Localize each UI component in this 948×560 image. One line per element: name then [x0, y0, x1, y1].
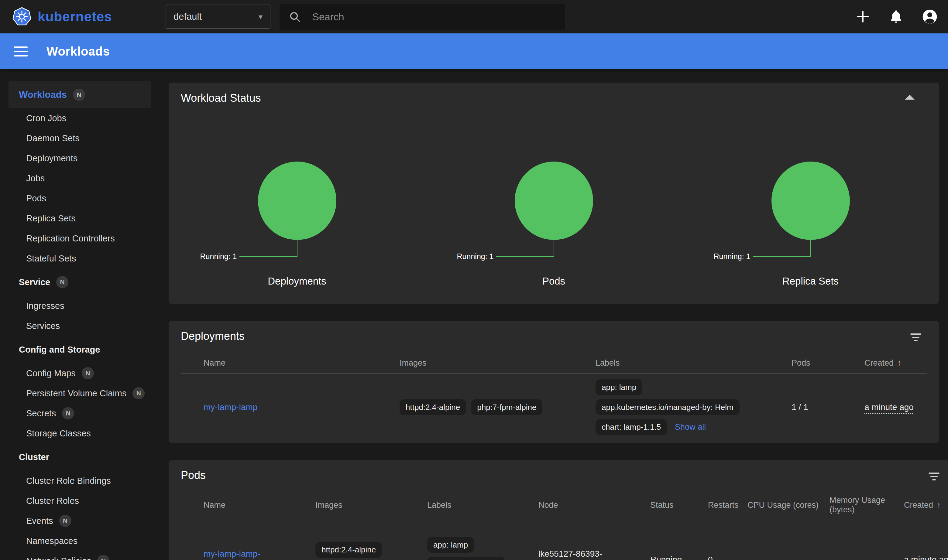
- deployment-name-link[interactable]: my-lamp-lamp: [203, 402, 257, 412]
- chart-title: Deployments: [169, 275, 425, 287]
- namespace-value: default: [174, 11, 202, 22]
- column-header-created[interactable]: Created ↑: [904, 500, 947, 510]
- column-header-restarts: Restarts: [708, 500, 748, 510]
- sidebar-item-replication-controllers[interactable]: Replication Controllers: [0, 228, 156, 248]
- bell-icon: [888, 9, 903, 24]
- deployments-table-header: Name Images Labels Pods Created ↑: [181, 358, 927, 374]
- pods-table-header: Name Images Labels Node Status Restarts …: [181, 495, 945, 519]
- image-chip: httpd:2.4-alpine: [315, 542, 382, 558]
- workload-status-charts: Running: 1 Deployments Running: 1 Pods: [169, 162, 939, 292]
- pod-row: my-lamp-lamp-5fd985cf68-jwvz4 httpd:2.4-…: [181, 519, 945, 560]
- deployments-title: Deployments: [181, 321, 927, 343]
- menu-icon[interactable]: [14, 46, 28, 57]
- main-content: Workload Status Running: 1 Deployments: [156, 69, 948, 560]
- pods-pie-chart: Running: 1 Pods: [425, 162, 682, 292]
- account-circle-icon: [921, 8, 938, 25]
- sidebar-item-deployments[interactable]: Deployments: [0, 148, 156, 168]
- pod-node: lke55127-86393-622f8d09399a: [538, 548, 607, 560]
- image-chip: php:7-fpm-alpine: [471, 399, 543, 415]
- pie-legend: Running: 1: [457, 252, 494, 261]
- sidebar-item-namespaces[interactable]: Namespaces: [0, 531, 156, 551]
- notifications-button[interactable]: [888, 9, 903, 24]
- sidebar-item-events[interactable]: Events N: [0, 511, 156, 531]
- label-chip: chart: lamp-1.1.5: [595, 419, 667, 435]
- created-timestamp: a minute ago: [865, 402, 914, 412]
- show-all-labels-link[interactable]: Show all: [675, 422, 706, 432]
- page-title: Workloads: [46, 45, 110, 58]
- pie-running: [771, 162, 850, 240]
- kubernetes-dashboard: kubernetes default ▾: [0, 0, 948, 560]
- sidebar-item-ingresses[interactable]: Ingresses: [0, 296, 156, 316]
- sidebar-item-cron-jobs[interactable]: Cron Jobs: [0, 108, 156, 128]
- pod-restarts: 0: [708, 555, 748, 560]
- logo-text: kubernetes: [38, 9, 112, 24]
- column-header-name[interactable]: Name: [203, 500, 315, 510]
- image-chip: httpd:2.4-alpine: [399, 399, 466, 415]
- namespace-selector[interactable]: default ▾: [166, 5, 270, 29]
- column-header-pods: Pods: [792, 358, 865, 368]
- namespaced-badge: N: [56, 276, 68, 288]
- sort-ascending-icon: ↑: [897, 358, 902, 368]
- chart-title: Replica Sets: [682, 275, 939, 287]
- sidebar-item-workloads[interactable]: Workloads N: [9, 82, 151, 108]
- workload-status-card: Workload Status Running: 1 Deployments: [169, 83, 939, 304]
- sort-ascending-icon: ↑: [937, 500, 941, 510]
- sidebar-item-config-maps[interactable]: Config Maps N: [0, 363, 156, 383]
- pie-legend: Running: 1: [200, 252, 237, 261]
- label-chip: pod-template-hash: 5fd985cf68: [427, 557, 505, 560]
- top-header: kubernetes default ▾: [0, 0, 948, 34]
- sidebar-item-secrets[interactable]: Secrets N: [0, 403, 156, 423]
- filter-icon[interactable]: [928, 472, 939, 480]
- label-chip: app: lamp: [427, 537, 474, 553]
- sidebar-item-cluster-role-bindings[interactable]: Cluster Role Bindings: [0, 471, 156, 491]
- namespaced-badge: N: [73, 89, 85, 101]
- pod-status: Running: [650, 555, 708, 560]
- sidebar-item-stateful-sets[interactable]: Stateful Sets: [0, 248, 156, 268]
- filter-icon[interactable]: [910, 334, 921, 342]
- sidebar-item-services[interactable]: Services: [0, 316, 156, 336]
- sidebar-section-cluster: Cluster: [0, 447, 156, 467]
- sidebar-item-pods[interactable]: Pods: [0, 188, 156, 208]
- kubernetes-logo-icon: [12, 7, 32, 27]
- namespaced-badge: N: [97, 555, 109, 560]
- namespaced-badge: N: [133, 387, 145, 399]
- workload-status-title: Workload Status: [169, 83, 939, 105]
- create-resource-button[interactable]: [855, 9, 871, 25]
- account-button[interactable]: [921, 8, 938, 25]
- sidebar-item-jobs[interactable]: Jobs: [0, 168, 156, 188]
- deployment-row: my-lamp-lamp httpd:2.4-alpine php:7-fpm-…: [181, 374, 927, 441]
- search-bar[interactable]: [279, 4, 565, 30]
- header-actions: [855, 0, 948, 34]
- pods-ratio: 1 / 1: [792, 402, 865, 412]
- sidebar: Workloads N Cron Jobs Daemon Sets Deploy…: [0, 69, 156, 560]
- sidebar-item-network-policies[interactable]: Network Policies N: [0, 551, 156, 560]
- plus-icon: [855, 9, 871, 25]
- collapse-icon[interactable]: [905, 95, 914, 100]
- pie-running: [258, 162, 336, 240]
- pod-name-link[interactable]: my-lamp-lamp-5fd985cf68-jwvz4: [203, 549, 270, 560]
- column-header-labels: Labels: [427, 500, 538, 510]
- pods-card: Pods Name Images Labels Node Status Rest…: [169, 460, 948, 560]
- search-input[interactable]: [312, 11, 556, 23]
- pie-running: [515, 162, 593, 240]
- column-header-memory-usage: Memory Usage (bytes): [829, 495, 904, 514]
- pod-cpu-usage: -: [748, 555, 829, 560]
- sidebar-item-storage-classes[interactable]: Storage Classes: [0, 423, 156, 443]
- kubernetes-logo[interactable]: kubernetes: [12, 7, 112, 27]
- sidebar-section-service[interactable]: Service N: [0, 272, 156, 292]
- sidebar-item-cluster-roles[interactable]: Cluster Roles: [0, 491, 156, 511]
- replica-sets-pie-chart: Running: 1 Replica Sets: [682, 162, 939, 292]
- column-header-node: Node: [538, 500, 650, 510]
- column-header-status: Status: [650, 500, 708, 510]
- label-chip: app: lamp: [595, 379, 642, 395]
- column-header-created[interactable]: Created ↑: [865, 358, 927, 368]
- sidebar-item-replica-sets[interactable]: Replica Sets: [0, 208, 156, 228]
- sidebar-section-config-and-storage: Config and Storage: [0, 340, 156, 360]
- label-chip: app.kubernetes.io/managed-by: Helm: [595, 399, 740, 415]
- sidebar-item-daemon-sets[interactable]: Daemon Sets: [0, 128, 156, 148]
- chart-title: Pods: [425, 275, 682, 287]
- column-header-name[interactable]: Name: [203, 358, 399, 368]
- app-bar: Workloads: [0, 34, 948, 69]
- pie-legend: Running: 1: [714, 252, 751, 261]
- sidebar-item-persistent-volume-claims[interactable]: Persistent Volume Claims N: [0, 383, 156, 403]
